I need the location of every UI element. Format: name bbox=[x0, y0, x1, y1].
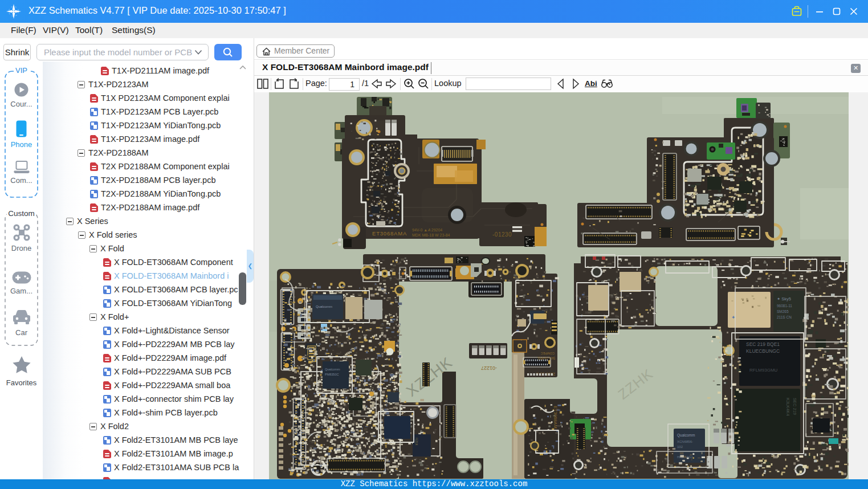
svg-text:SM265: SM265 bbox=[777, 309, 789, 313]
svg-text:Qualcomm: Qualcomm bbox=[316, 305, 332, 308]
svg-text:ET3068AM: ET3068AM bbox=[553, 406, 558, 429]
svg-text:PM8350C: PM8350C bbox=[325, 373, 339, 376]
svg-text:MDK MB-18 W 23-84: MDK MB-18 W 23-84 bbox=[412, 233, 450, 237]
svg-text:Qualcomm: Qualcomm bbox=[677, 433, 695, 438]
svg-text:XCN6856-: XCN6856- bbox=[677, 440, 693, 443]
svg-text:FE316: FE316 bbox=[415, 438, 418, 446]
svg-text:SEC 219 BQE1: SEC 219 BQE1 bbox=[746, 341, 780, 347]
svg-text:102: 102 bbox=[677, 445, 683, 449]
svg-text:SEC 219: SEC 219 bbox=[792, 398, 797, 415]
svg-text:-01227: -01227 bbox=[481, 365, 497, 371]
svg-text:RFLM93GMU: RFLM93GMU bbox=[749, 368, 778, 373]
svg-text:✦ Sky5: ✦ Sky5 bbox=[777, 296, 791, 301]
svg-text:94V-0 ▲𝐴 29204: 94V-0 ▲𝐴 29204 bbox=[412, 228, 442, 232]
svg-text:-01230: -01230 bbox=[492, 231, 512, 238]
svg-text:94V-0HRS: 94V-0HRS bbox=[537, 356, 555, 360]
svg-text:KLUECBUNGC: KLUECBUNGC bbox=[746, 348, 780, 354]
svg-text:K3LK4K4: K3LK4K4 bbox=[785, 398, 790, 416]
svg-text:211S CN: 211S CN bbox=[777, 315, 792, 319]
svg-text:96081-11: 96081-11 bbox=[777, 304, 792, 308]
svg-text:Qualcomm: Qualcomm bbox=[325, 368, 340, 371]
svg-text:ET3068AMA: ET3068AMA bbox=[372, 230, 407, 237]
svg-text:COMPEC: COMPEC bbox=[541, 352, 555, 355]
